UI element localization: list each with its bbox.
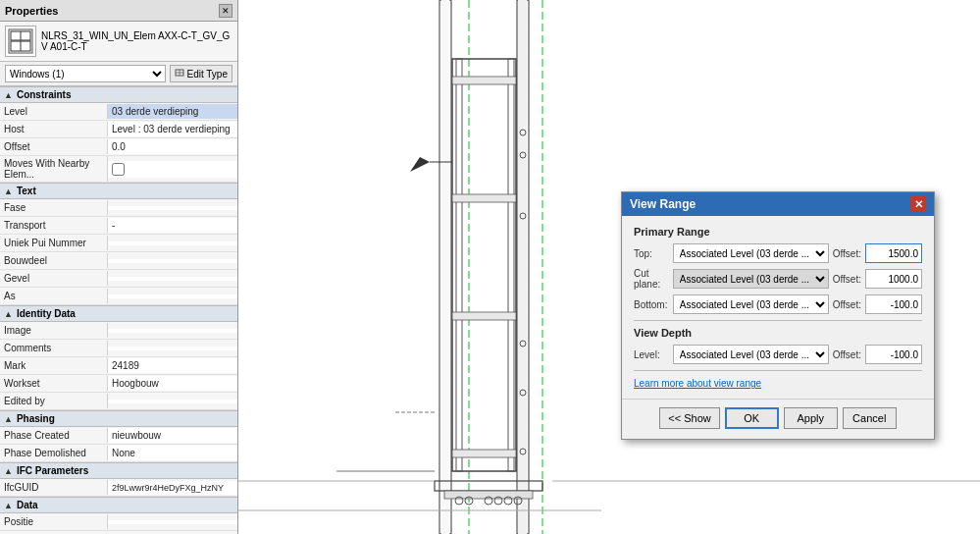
dialog-separator-1 <box>634 320 922 321</box>
cancel-button[interactable]: Cancel <box>843 407 897 429</box>
edited-by-value <box>108 400 237 403</box>
bouwdeel-value <box>108 259 237 263</box>
level-label: Level: <box>634 349 669 360</box>
level-value: 03 derde verdieping <box>108 104 237 119</box>
prop-as: As <box>0 288 237 305</box>
section-data[interactable]: ▲ Data <box>0 497 237 513</box>
mark-label: Mark <box>0 358 108 373</box>
bottom-offset-input[interactable] <box>865 294 922 314</box>
text-arrow: ▲ <box>4 187 13 196</box>
edit-type-label: Edit Type <box>186 69 228 80</box>
top-offset-input[interactable] <box>865 243 922 263</box>
svg-rect-18 <box>452 77 516 84</box>
dialog-title: View Range <box>630 197 696 211</box>
phase-demolished-value: None <box>108 446 237 460</box>
primary-range-title: Primary Range <box>634 226 922 238</box>
phase-demolished-label: Phase Demolished <box>0 446 108 460</box>
identity-title: Identity Data <box>17 308 76 319</box>
moves-with-checkbox[interactable] <box>112 163 125 176</box>
prop-image: Image <box>0 322 237 340</box>
element-name-row: NLRS_31_WIN_UN_Elem AXX-C-T_GV_GV A01-C-… <box>0 22 237 62</box>
top-dropdown[interactable]: Associated Level (03 derde ... <box>673 243 829 263</box>
moves-with-value <box>108 161 237 178</box>
fase-value <box>108 206 237 210</box>
ifcguid-label: IfcGUID <box>0 480 108 495</box>
workset-label: Workset <box>0 376 108 391</box>
level-row: Level: Associated Level (03 derde ... Of… <box>634 345 922 364</box>
constraints-arrow: ▲ <box>4 90 13 100</box>
prop-fase: Fase <box>0 199 237 217</box>
as-label: As <box>0 289 108 303</box>
section-constraints[interactable]: ▲ Constraints <box>0 86 237 103</box>
identity-arrow: ▲ <box>4 309 13 319</box>
transport-label: Transport <box>0 218 108 233</box>
positie-value <box>108 520 237 524</box>
dialog-title-bar: View Range ✕ <box>622 192 934 216</box>
level-offset-label: Offset: <box>833 349 861 360</box>
properties-title: Properties <box>5 5 58 17</box>
ok-button[interactable]: OK <box>725 407 779 429</box>
section-phasing[interactable]: ▲ Phasing <box>0 410 237 427</box>
image-label: Image <box>0 323 108 338</box>
prop-host: Host Level : 03 derde verdieping <box>0 121 237 138</box>
bottom-dropdown[interactable]: Associated Level (03 derde ... <box>673 294 829 314</box>
learn-more-link[interactable]: Learn more about view range <box>634 378 761 389</box>
dialog-content: Primary Range Top: Associated Level (03 … <box>622 216 934 399</box>
comments-value <box>108 347 237 350</box>
svg-rect-20 <box>452 312 516 320</box>
show-button[interactable]: << Show <box>659 407 719 429</box>
workset-value: Hoogbouw <box>108 376 237 391</box>
edit-icon <box>175 69 184 79</box>
as-value <box>108 294 237 298</box>
prop-offset: Offset 0.0 <box>0 138 237 156</box>
windows-row: Windows (1) Edit Type <box>0 62 237 86</box>
ifc-title: IFC Parameters <box>17 465 88 476</box>
offset-value: 0.0 <box>108 139 237 154</box>
close-properties-button[interactable]: ✕ <box>219 4 232 18</box>
prop-gevel: Gevel <box>0 270 237 288</box>
section-text[interactable]: ▲ Text <box>0 183 237 199</box>
cut-plane-label: Cut plane: <box>634 268 669 290</box>
windows-select[interactable]: Windows (1) <box>5 65 166 82</box>
image-value <box>108 329 237 333</box>
cut-plane-offset-input[interactable] <box>865 269 922 289</box>
apply-button[interactable]: Apply <box>784 407 838 429</box>
phasing-title: Phasing <box>17 413 55 424</box>
top-offset-label: Offset: <box>833 248 861 259</box>
level-offset-input[interactable] <box>865 345 922 364</box>
dialog-separator-2 <box>634 370 922 371</box>
bottom-label: Bottom: <box>634 299 669 310</box>
cut-plane-offset-label: Offset: <box>833 274 861 285</box>
section-ifc[interactable]: ▲ IFC Parameters <box>0 462 237 479</box>
svg-rect-21 <box>452 450 516 457</box>
uniek-pui-value <box>108 241 237 245</box>
properties-title-bar: Properties ✕ <box>0 0 237 22</box>
dialog-buttons: << Show OK Apply Cancel <box>622 399 934 439</box>
svg-rect-23 <box>518 0 527 534</box>
section-identity[interactable]: ▲ Identity Data <box>0 305 237 322</box>
edited-by-label: Edited by <box>0 394 108 408</box>
mark-value: 24189 <box>108 358 237 373</box>
prop-phase-demolished: Phase Demolished None <box>0 445 237 462</box>
moves-with-label: Moves With Nearby Elem... <box>0 156 108 182</box>
level-dropdown[interactable]: Associated Level (03 derde ... <box>673 345 829 364</box>
element-name: NLRS_31_WIN_UN_Elem AXX-C-T_GV_GV A01-C-… <box>41 30 232 52</box>
data-arrow: ▲ <box>4 501 13 510</box>
top-label: Top: <box>634 248 669 259</box>
top-row: Top: Associated Level (03 derde ... Offs… <box>634 243 922 263</box>
gevel-value <box>108 277 237 281</box>
phasing-arrow: ▲ <box>4 414 13 424</box>
transport-value: - <box>108 218 237 233</box>
phase-created-value: nieuwbouw <box>108 428 237 443</box>
prop-phase-created: Phase Created nieuwbouw <box>0 427 237 445</box>
bouwdeel-label: Bouwdeel <box>0 253 108 268</box>
svg-rect-12 <box>441 0 449 534</box>
data-title: Data <box>17 500 38 510</box>
bottom-row: Bottom: Associated Level (03 derde ... O… <box>634 294 922 314</box>
prop-ifcguid: IfcGUID 2f9Lwwr9r4HeDyFXg_HzNY <box>0 479 237 497</box>
edit-type-button[interactable]: Edit Type <box>170 65 232 82</box>
dialog-close-button[interactable]: ✕ <box>910 196 926 212</box>
prop-moves-with: Moves With Nearby Elem... <box>0 156 237 183</box>
prop-bouwdeel: Bouwdeel <box>0 252 237 270</box>
prop-mark: Mark 24189 <box>0 357 237 375</box>
